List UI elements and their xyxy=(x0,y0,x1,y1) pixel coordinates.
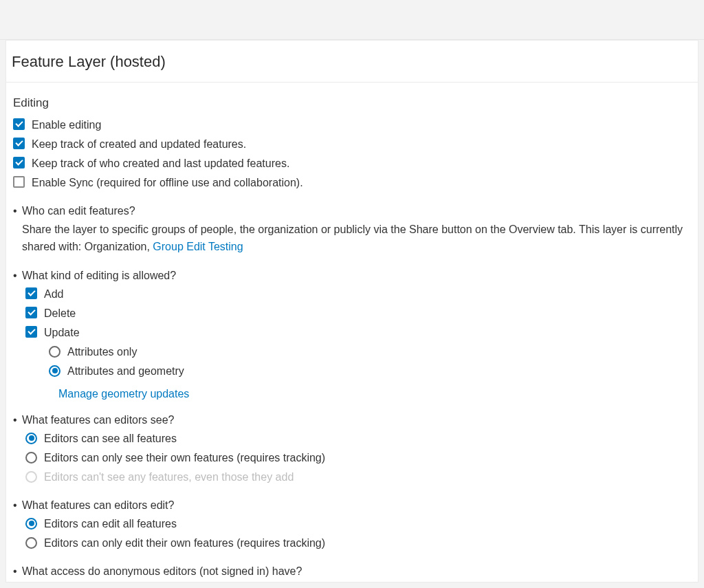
manage-geometry-updates-link[interactable]: Manage geometry updates xyxy=(58,388,189,400)
track-who-checkbox[interactable] xyxy=(13,157,25,168)
attributes-and-geometry-label: Attributes and geometry xyxy=(67,363,184,380)
settings-panel: Feature Layer (hosted) Editing Enable ed… xyxy=(6,40,698,582)
who-can-edit-paragraph: Share the layer to specific groups of pe… xyxy=(22,224,683,252)
who-can-edit-question: • Who can edit features? xyxy=(13,205,691,217)
bullet-icon: • xyxy=(13,206,19,217)
bullet-icon: • xyxy=(13,415,19,426)
update-label: Update xyxy=(44,325,80,341)
enable-editing-label: Enable editing xyxy=(32,117,101,133)
attributes-only-label: Attributes only xyxy=(67,344,137,360)
see-all-features-label: Editors can see all features xyxy=(44,431,177,447)
edit-own-features-radio[interactable] xyxy=(25,537,37,549)
anon-question-text: What access do anonymous editors (not si… xyxy=(22,565,302,578)
edit-all-features-radio[interactable] xyxy=(25,518,37,530)
enable-sync-checkbox[interactable] xyxy=(13,176,25,188)
editing-section-title: Editing xyxy=(13,96,691,110)
see-no-features-label: Editors can't see any features, even tho… xyxy=(44,469,294,486)
kind-editing-group: • What kind of editing is allowed? Add D… xyxy=(13,270,691,400)
track-created-updated-label: Keep track of created and updated featur… xyxy=(32,136,246,153)
update-checkbox[interactable] xyxy=(25,326,37,338)
enable-editing-checkbox[interactable] xyxy=(13,118,25,130)
can-edit-question: • What features can editors edit? xyxy=(13,499,691,512)
delete-checkbox[interactable] xyxy=(25,307,37,318)
add-checkbox[interactable] xyxy=(25,287,37,299)
attributes-only-radio[interactable] xyxy=(49,346,60,358)
group-edit-testing-link[interactable]: Group Edit Testing xyxy=(153,241,243,252)
delete-label: Delete xyxy=(44,305,76,322)
page-title: Feature Layer (hosted) xyxy=(6,41,698,83)
anon-question: • What access do anonymous editors (not … xyxy=(13,565,691,578)
attributes-and-geometry-radio[interactable] xyxy=(49,365,60,377)
can-see-question: • What features can editors see? xyxy=(13,414,691,426)
see-all-features-radio[interactable] xyxy=(25,433,37,444)
see-no-features-radio xyxy=(25,471,37,483)
track-created-updated-checkbox[interactable] xyxy=(13,138,25,149)
kind-editing-question-text: What kind of editing is allowed? xyxy=(22,270,176,282)
enable-sync-label: Enable Sync (required for offline use an… xyxy=(32,175,303,191)
anon-group: • What access do anonymous editors (not … xyxy=(13,565,691,582)
see-own-features-radio[interactable] xyxy=(25,452,37,464)
anon-same-access-label: The same as signed in editors xyxy=(44,582,190,582)
top-banner xyxy=(0,0,704,40)
kind-editing-question: • What kind of editing is allowed? xyxy=(13,270,691,282)
can-see-group: • What features can editors see? Editors… xyxy=(13,414,691,486)
panel-content: Editing Enable editing Keep track of cre… xyxy=(6,83,698,582)
edit-all-features-label: Editors can edit all features xyxy=(44,516,177,532)
bullet-icon: • xyxy=(13,566,19,577)
who-can-edit-group: • Who can edit features? Share the layer… xyxy=(13,205,691,256)
can-edit-question-text: What features can editors edit? xyxy=(22,499,174,512)
track-who-label: Keep track of who created and last updat… xyxy=(32,155,289,172)
who-can-edit-text: Share the layer to specific groups of pe… xyxy=(22,221,691,256)
bullet-icon: • xyxy=(13,500,19,511)
can-edit-group: • What features can editors edit? Editor… xyxy=(13,499,691,552)
add-label: Add xyxy=(44,286,63,303)
bullet-icon: • xyxy=(13,270,19,281)
edit-own-features-label: Editors can only edit their own features… xyxy=(44,535,325,552)
who-can-edit-question-text: Who can edit features? xyxy=(22,205,135,217)
see-own-features-label: Editors can only see their own features … xyxy=(44,450,325,466)
can-see-question-text: What features can editors see? xyxy=(22,414,174,426)
